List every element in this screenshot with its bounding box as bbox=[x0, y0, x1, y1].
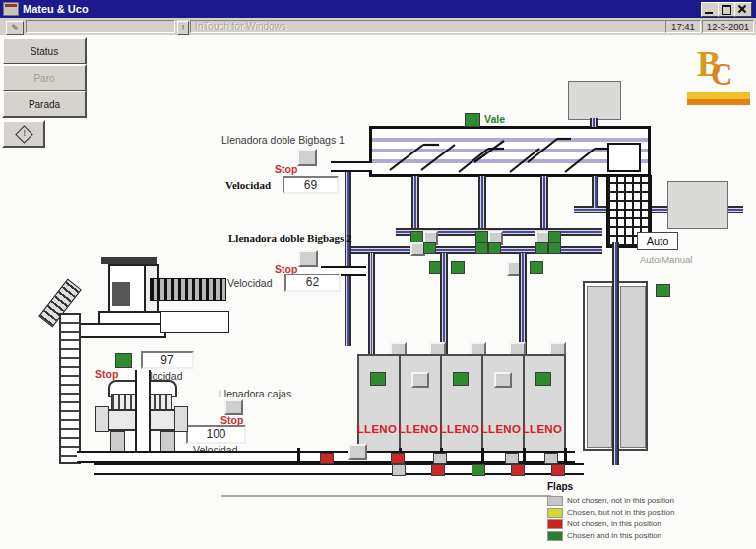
conveyor-indicator bbox=[431, 464, 445, 476]
legend-swatch bbox=[547, 496, 563, 506]
pipe bbox=[540, 176, 548, 231]
conveyor-tick bbox=[523, 448, 526, 465]
flap-indicator bbox=[536, 242, 548, 254]
speed-value[interactable]: 69 bbox=[283, 176, 339, 194]
conveyor-indicator bbox=[544, 453, 558, 464]
pipe bbox=[592, 176, 598, 208]
station-title: Llenadora cajas bbox=[219, 388, 291, 399]
speed-label: Velocidad bbox=[225, 179, 271, 191]
silo-full-label: LLENO bbox=[521, 423, 564, 435]
flap-diagram bbox=[372, 129, 648, 174]
vale-indicator bbox=[465, 113, 480, 127]
legend-swatch bbox=[547, 508, 563, 518]
mill-motor bbox=[112, 282, 130, 306]
cajas-mast bbox=[135, 370, 151, 460]
toolbar-field-left[interactable] bbox=[26, 20, 175, 33]
conveyor-indicator bbox=[392, 464, 406, 476]
station-button[interactable] bbox=[224, 399, 243, 415]
pipe bbox=[478, 176, 486, 231]
silo-full-label: LLENO bbox=[479, 423, 523, 435]
alarm-diamond-icon: ! bbox=[15, 125, 32, 143]
alarm-button[interactable]: ! bbox=[2, 120, 45, 148]
conveyor-indicator bbox=[505, 453, 519, 464]
silo-full-label: LLENO bbox=[438, 423, 481, 435]
silo-indicator bbox=[370, 372, 386, 386]
flap-indicator bbox=[488, 242, 501, 254]
parada-button[interactable]: Parada bbox=[2, 91, 87, 118]
status-button[interactable]: Status bbox=[2, 37, 87, 65]
scada-screen: Mateu & Uco ✎ ! InTouch for Windows 17:4… bbox=[0, 0, 756, 549]
station-status: Stop bbox=[95, 368, 118, 380]
conveyor-tick bbox=[297, 448, 300, 465]
bigbag-panel bbox=[587, 286, 612, 448]
flap-manifold bbox=[369, 126, 651, 177]
logo-bar bbox=[687, 92, 750, 99]
bucket-elevator bbox=[59, 313, 81, 464]
container-indicator bbox=[656, 284, 670, 297]
cajas-machine bbox=[174, 406, 188, 432]
conveyor-tick bbox=[564, 448, 567, 465]
toolbar-tool-icon[interactable]: ✎ bbox=[6, 21, 24, 35]
pipe bbox=[345, 166, 351, 346]
flap-indicator bbox=[548, 242, 561, 254]
flap-indicator bbox=[475, 242, 488, 254]
maximize-button[interactable] bbox=[718, 2, 735, 17]
close-button[interactable] bbox=[734, 2, 752, 17]
silo-full-label: LLENO bbox=[397, 423, 440, 435]
mill-indicator bbox=[115, 353, 132, 368]
pipe bbox=[612, 242, 619, 465]
speed-value[interactable]: 62 bbox=[284, 274, 341, 292]
silo-5 bbox=[523, 354, 566, 457]
pipe bbox=[590, 118, 598, 127]
toolbar-status-field: InTouch for Windows bbox=[190, 20, 666, 33]
conveyor-indicator bbox=[391, 453, 405, 464]
pipe bbox=[411, 176, 419, 231]
logo-letter-c: C bbox=[711, 57, 732, 92]
cajas-machine bbox=[95, 406, 109, 432]
filter-box bbox=[568, 81, 621, 120]
paro-button[interactable]: Paro bbox=[2, 64, 87, 92]
minimize-icon bbox=[705, 12, 713, 14]
toolbar: ✎ ! InTouch for Windows 17:41 12-3-2001 bbox=[0, 18, 756, 36]
minimize-button[interactable] bbox=[701, 2, 719, 17]
app-icon bbox=[3, 2, 19, 16]
bigbag-panel bbox=[620, 286, 646, 448]
conveyor-button[interactable] bbox=[348, 444, 367, 460]
silo-indicator[interactable] bbox=[411, 372, 429, 388]
legend-item: Chosen, but not in this position bbox=[567, 508, 674, 517]
titlebar: Mateu & Uco bbox=[0, 0, 756, 18]
legend-swatch bbox=[547, 519, 563, 529]
station-button[interactable] bbox=[298, 250, 318, 267]
toolbar-marker-icon: ! bbox=[177, 21, 189, 35]
route-indicator bbox=[530, 261, 543, 274]
mill-machine bbox=[101, 257, 157, 264]
speed-value[interactable]: 100 bbox=[186, 425, 246, 444]
legend-item: Not chosen, in this position bbox=[567, 519, 662, 528]
silo-4 bbox=[481, 354, 525, 457]
vale-label: Vale bbox=[484, 113, 505, 125]
station-button[interactable] bbox=[297, 149, 317, 166]
mill-base bbox=[74, 323, 166, 338]
clock: 17:41 bbox=[665, 20, 701, 33]
plant-schematic: Status Paro Parada ! B C bbox=[0, 35, 756, 549]
mode-caption: Auto/Manual bbox=[640, 254, 692, 265]
silo-indicator bbox=[536, 372, 551, 386]
station-title: Llenadora doble Bigbags 2 bbox=[228, 232, 352, 244]
conveyor-tick bbox=[481, 448, 484, 465]
silo-indicator bbox=[453, 372, 469, 386]
route-indicator bbox=[451, 261, 465, 274]
legend-title: Flaps bbox=[547, 481, 573, 492]
silo-3 bbox=[440, 354, 483, 457]
conveyor-indicator bbox=[320, 453, 334, 464]
speed-label: Velocidad bbox=[227, 277, 273, 289]
legend-item: Chosen and in this position bbox=[567, 531, 662, 540]
station-status: Stop bbox=[275, 163, 297, 175]
conveyor-indicator bbox=[551, 464, 565, 476]
mode-box[interactable]: Auto bbox=[637, 232, 678, 250]
speed-value[interactable]: 97 bbox=[141, 351, 194, 369]
conveyor-belt bbox=[150, 278, 226, 301]
silo-indicator[interactable] bbox=[494, 372, 512, 388]
logo-bar bbox=[687, 99, 750, 105]
date: 12-3-2001 bbox=[702, 20, 754, 33]
conveyor-indicator bbox=[472, 464, 485, 476]
